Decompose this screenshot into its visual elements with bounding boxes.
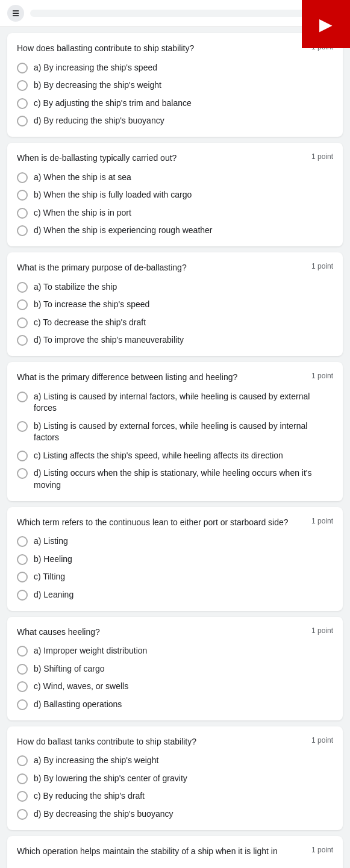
points-badge-3: 1 point: [311, 262, 333, 270]
question-card-1: How does ballasting contribute to ship s…: [7, 33, 343, 137]
option-label-6-4: d) Ballasting operations: [34, 699, 122, 711]
option-row-3-4[interactable]: d) To improve the ship's maneuverability: [17, 334, 333, 346]
radio-3-1[interactable]: [17, 282, 28, 293]
option-row-2-4[interactable]: d) When the ship is experiencing rough w…: [17, 225, 333, 237]
radio-1-2[interactable]: [17, 80, 28, 91]
question-header-6: What causes heeling?1 point: [17, 626, 333, 639]
option-row-3-1[interactable]: a) To stabilize the ship: [17, 281, 333, 293]
option-label-3-3: c) To decrease the ship's draft: [34, 317, 146, 329]
question-text-3: What is the primary purpose of de-ballas…: [17, 262, 311, 274]
option-row-6-2[interactable]: b) Shifting of cargo: [17, 663, 333, 675]
option-row-6-1[interactable]: a) Improper weight distribution: [17, 645, 333, 657]
option-row-3-2[interactable]: b) To increase the ship's speed: [17, 299, 333, 311]
url-bar[interactable]: [30, 10, 305, 17]
option-row-7-4[interactable]: d) By decreasing the ship's buoyancy: [17, 808, 333, 820]
points-badge-5: 1 point: [311, 517, 333, 525]
radio-7-2[interactable]: [17, 773, 28, 784]
radio-7-4[interactable]: [17, 809, 28, 820]
option-row-4-4[interactable]: d) Listing occurs when the ship is stati…: [17, 467, 333, 491]
option-row-4-3[interactable]: c) Listing affects the ship's speed, whi…: [17, 450, 333, 462]
questions-container: How does ballasting contribute to ship s…: [0, 33, 350, 868]
question-text-5: Which term refers to the continuous lean…: [17, 517, 311, 529]
option-row-1-4[interactable]: d) By reducing the ship's buoyancy: [17, 115, 333, 127]
option-label-7-2: b) By lowering the ship's center of grav…: [34, 773, 187, 785]
option-row-1-3[interactable]: c) By adjusting the ship's trim and bala…: [17, 98, 333, 110]
radio-4-2[interactable]: [17, 421, 28, 432]
option-row-7-3[interactable]: c) By reducing the ship's draft: [17, 790, 333, 802]
option-label-7-3: c) By reducing the ship's draft: [34, 790, 145, 802]
radio-6-2[interactable]: [17, 664, 28, 675]
option-label-1-4: d) By reducing the ship's buoyancy: [34, 115, 164, 127]
question-card-7: How do ballast tanks contribute to ship …: [7, 726, 343, 830]
option-label-1-2: b) By decreasing the ship's weight: [34, 80, 161, 92]
option-label-5-2: b) Heeling: [34, 554, 72, 566]
radio-3-2[interactable]: [17, 299, 28, 310]
points-badge-4: 1 point: [311, 372, 333, 380]
question-header-4: What is the primary difference between l…: [17, 372, 333, 384]
radio-4-3[interactable]: [17, 451, 28, 461]
radio-4-4[interactable]: [17, 468, 28, 479]
question-header-8: Which operation helps maintain the stabi…: [17, 846, 333, 858]
radio-1-3[interactable]: [17, 98, 28, 109]
question-card-3: What is the primary purpose of de-ballas…: [7, 252, 343, 356]
question-header-5: Which term refers to the continuous lean…: [17, 517, 333, 529]
option-row-5-4[interactable]: d) Leaning: [17, 589, 333, 601]
video-thumbnail[interactable]: ▶: [302, 0, 350, 48]
option-row-2-1[interactable]: a) When the ship is at sea: [17, 172, 333, 184]
option-label-5-4: d) Leaning: [34, 589, 73, 601]
option-label-2-1: a) When the ship is at sea: [34, 172, 131, 184]
option-label-5-1: a) Listing: [34, 535, 68, 548]
option-row-5-3[interactable]: c) Tilting: [17, 571, 333, 583]
option-label-2-2: b) When the ship is fully loaded with ca…: [34, 189, 192, 201]
radio-1-4[interactable]: [17, 116, 28, 126]
option-label-3-1: a) To stabilize the ship: [34, 281, 117, 293]
option-row-7-2[interactable]: b) By lowering the ship's center of grav…: [17, 773, 333, 785]
radio-4-1[interactable]: [17, 392, 28, 402]
option-label-7-4: d) By decreasing the ship's buoyancy: [34, 808, 173, 820]
radio-2-3[interactable]: [17, 208, 28, 219]
option-row-5-1[interactable]: a) Listing: [17, 535, 333, 548]
question-card-2: When is de-ballasting typically carried …: [7, 143, 343, 246]
question-card-5: Which term refers to the continuous lean…: [7, 507, 343, 611]
radio-2-1[interactable]: [17, 172, 28, 183]
menu-icon[interactable]: ☰: [7, 5, 24, 22]
radio-5-4[interactable]: [17, 590, 28, 601]
radio-6-3[interactable]: [17, 681, 28, 692]
option-row-1-1[interactable]: a) By increasing the ship's speed: [17, 62, 333, 74]
option-row-4-1[interactable]: a) Listing is caused by internal factors…: [17, 391, 333, 414]
points-badge-6: 1 point: [311, 626, 333, 635]
question-card-6: What causes heeling?1 pointa) Improper w…: [7, 617, 343, 720]
radio-2-4[interactable]: [17, 225, 28, 236]
option-label-4-3: c) Listing affects the ship's speed, whi…: [34, 450, 283, 462]
question-card-8: Which operation helps maintain the stabi…: [7, 836, 343, 868]
option-label-6-1: a) Improper weight distribution: [34, 645, 147, 657]
question-text-6: What causes heeling?: [17, 626, 311, 639]
radio-3-3[interactable]: [17, 317, 28, 328]
option-label-3-2: b) To increase the ship's speed: [34, 299, 149, 311]
option-row-1-2[interactable]: b) By decreasing the ship's weight: [17, 80, 333, 92]
option-row-6-4[interactable]: d) Ballasting operations: [17, 699, 333, 711]
option-row-4-2[interactable]: b) Listing is caused by external forces,…: [17, 420, 333, 444]
radio-2-2[interactable]: [17, 190, 28, 201]
points-badge-8: 1 point: [311, 846, 333, 854]
radio-5-3[interactable]: [17, 572, 28, 582]
option-row-3-3[interactable]: c) To decrease the ship's draft: [17, 317, 333, 329]
question-header-7: How do ballast tanks contribute to ship …: [17, 736, 333, 748]
option-row-5-2[interactable]: b) Heeling: [17, 554, 333, 566]
radio-7-1[interactable]: [17, 755, 28, 766]
option-row-6-3[interactable]: c) Wind, waves, or swells: [17, 681, 333, 693]
option-row-2-3[interactable]: c) When the ship is in port: [17, 207, 333, 219]
question-card-4: What is the primary difference between l…: [7, 362, 343, 501]
option-label-2-3: c) When the ship is in port: [34, 207, 131, 219]
radio-7-3[interactable]: [17, 791, 28, 802]
question-text-2: When is de-ballasting typically carried …: [17, 152, 311, 164]
option-row-7-1[interactable]: a) By increasing the ship's weight: [17, 755, 333, 767]
radio-5-1[interactable]: [17, 536, 28, 547]
radio-1-1[interactable]: [17, 63, 28, 73]
radio-3-4[interactable]: [17, 335, 28, 346]
question-header-1: How does ballasting contribute to ship s…: [17, 43, 333, 55]
radio-5-2[interactable]: [17, 554, 28, 565]
radio-6-4[interactable]: [17, 699, 28, 710]
radio-6-1[interactable]: [17, 646, 28, 657]
option-row-2-2[interactable]: b) When the ship is fully loaded with ca…: [17, 189, 333, 201]
